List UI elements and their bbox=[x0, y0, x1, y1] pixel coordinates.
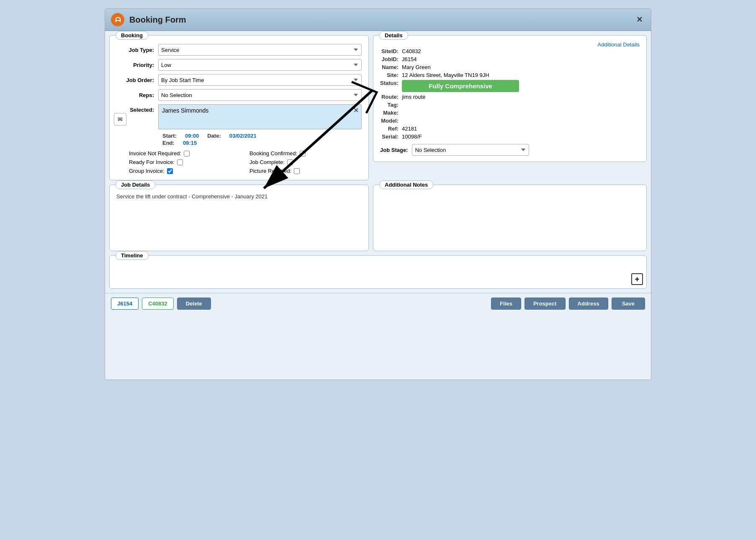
footer-bar: J6154 C40832 Delete Files Prospect Addre… bbox=[105, 293, 651, 314]
close-button[interactable]: ✕ bbox=[633, 13, 646, 26]
route-value: jims route bbox=[402, 94, 640, 100]
app-logo: ᗩ bbox=[110, 12, 125, 27]
invoice-not-required-label: Invoice Not Required: bbox=[129, 150, 181, 157]
left-panel: Booking ✉ Job Type: Service Priority: Lo… bbox=[109, 35, 369, 180]
timeline-label: Timeline bbox=[116, 251, 149, 260]
right-panel: Details Additional Details SiteID: C4083… bbox=[373, 35, 647, 180]
address-button[interactable]: Address bbox=[569, 298, 608, 310]
priority-label: Priority: bbox=[116, 62, 158, 68]
selected-field[interactable]: James Simmonds ✕ bbox=[158, 104, 362, 129]
booking-confirmed-label: Booking Confirmed: bbox=[249, 150, 297, 157]
bottom-panels: Job Details Additional Notes bbox=[105, 185, 651, 251]
status-button[interactable]: Fully Comprehensive bbox=[402, 80, 519, 92]
selected-name: James Simmonds bbox=[162, 107, 208, 114]
reps-label: Reps: bbox=[116, 92, 158, 98]
timeline-add-button[interactable]: + bbox=[631, 273, 643, 285]
date-value[interactable]: 03/02/2021 bbox=[229, 133, 257, 139]
serial-value: 10098/F bbox=[402, 133, 640, 140]
ref-value: 42181 bbox=[402, 126, 640, 132]
group-invoice-checkbox[interactable] bbox=[167, 168, 173, 174]
title-bar-left: ᗩ Booking Form bbox=[110, 12, 186, 27]
save-button[interactable]: Save bbox=[612, 298, 645, 310]
group-invoice-label: Group Invoice: bbox=[129, 168, 165, 174]
details-grid: SiteID: C40832 JobID: J6154 Name: Mary G… bbox=[380, 48, 640, 140]
site-id-value: C40832 bbox=[402, 48, 640, 54]
booking-section-label: Booking bbox=[116, 31, 148, 40]
ready-for-invoice-checkbox[interactable] bbox=[177, 159, 183, 165]
booking-section: Booking ✉ Job Type: Service Priority: Lo… bbox=[109, 35, 369, 180]
job-order-row: Job Order: By Job Start Time bbox=[116, 74, 362, 86]
priority-select[interactable]: Low bbox=[158, 59, 362, 71]
ready-for-invoice-row: Ready For Invoice: bbox=[129, 159, 241, 165]
timeline-section: Timeline + bbox=[105, 255, 651, 289]
job-stage-row: Job Stage: No Selection bbox=[380, 144, 640, 156]
route-label: Route: bbox=[380, 94, 399, 100]
job-id-label: JobID: bbox=[380, 56, 399, 62]
end-row: End: 09:15 bbox=[162, 140, 362, 146]
email-button[interactable]: ✉ bbox=[114, 113, 126, 126]
delete-button[interactable]: Delete bbox=[177, 298, 211, 310]
job-order-select[interactable]: By Job Start Time bbox=[158, 74, 362, 86]
footer-right: Files Prospect Address Save bbox=[491, 298, 645, 310]
make-label: Make: bbox=[380, 110, 399, 116]
details-section-label: Details bbox=[379, 31, 408, 40]
model-label: Model: bbox=[380, 118, 399, 124]
end-label: End: bbox=[162, 140, 175, 146]
reps-row: Reps: No Selection bbox=[116, 89, 362, 101]
name-label: Name: bbox=[380, 64, 399, 70]
footer-left: J6154 C40832 Delete bbox=[111, 298, 211, 310]
site-value: 12 Alders Street, Mayville TN19 9JH bbox=[402, 72, 640, 78]
name-value: Mary Green bbox=[402, 64, 640, 70]
model-value bbox=[402, 118, 640, 124]
job-complete-checkbox[interactable] bbox=[287, 159, 293, 165]
site-id-tag-button[interactable]: C40832 bbox=[142, 298, 174, 310]
job-type-label: Job Type: bbox=[116, 47, 158, 53]
picture-required-checkbox[interactable] bbox=[294, 168, 300, 174]
make-value bbox=[402, 110, 640, 116]
start-label: Start: bbox=[162, 133, 177, 139]
clear-selected-button[interactable]: ✕ bbox=[353, 106, 359, 114]
booking-form-window: ᗩ Booking Form ✕ Booking ✉ Job Type: Ser… bbox=[105, 8, 651, 380]
job-type-select[interactable]: Service bbox=[158, 44, 362, 56]
status-label: Status: bbox=[380, 80, 399, 92]
job-stage-label: Job Stage: bbox=[380, 147, 408, 153]
start-value[interactable]: 09:00 bbox=[185, 133, 199, 139]
job-details-panel: Job Details bbox=[109, 185, 369, 251]
job-details-label: Job Details bbox=[116, 180, 155, 189]
picture-required-row: Picture Required: bbox=[249, 168, 362, 174]
additional-details-link[interactable]: Additional Details bbox=[598, 41, 640, 48]
svg-text:ᗩ: ᗩ bbox=[115, 16, 121, 23]
picture-required-label: Picture Required: bbox=[249, 168, 291, 174]
prospect-button[interactable]: Prospect bbox=[525, 298, 566, 310]
window-title: Booking Form bbox=[129, 15, 186, 25]
additional-notes-panel: Additional Notes bbox=[373, 185, 647, 251]
timeline-panel: Timeline + bbox=[109, 255, 647, 289]
reps-select[interactable]: No Selection bbox=[158, 89, 362, 101]
ref-label: Ref: bbox=[380, 126, 399, 132]
tag-label: Tag: bbox=[380, 102, 399, 108]
site-id-label: SiteID: bbox=[380, 48, 399, 54]
job-complete-label: Job Complete: bbox=[249, 159, 285, 165]
main-content: Booking ✉ Job Type: Service Priority: Lo… bbox=[105, 31, 651, 185]
files-button[interactable]: Files bbox=[491, 298, 521, 310]
invoice-not-required-row: Invoice Not Required: bbox=[129, 150, 241, 157]
job-details-textarea[interactable] bbox=[116, 193, 362, 244]
date-label: Date: bbox=[207, 133, 221, 139]
additional-notes-textarea[interactable] bbox=[380, 193, 640, 244]
priority-row: Priority: Low bbox=[116, 59, 362, 71]
job-stage-select[interactable]: No Selection bbox=[412, 144, 529, 156]
booking-confirmed-row: Booking Confirmed: bbox=[249, 150, 362, 157]
end-value[interactable]: 09:15 bbox=[183, 140, 197, 146]
status-value-container: Fully Comprehensive bbox=[402, 80, 640, 92]
selected-row: Selected: James Simmonds ✕ bbox=[116, 104, 362, 129]
serial-label: Serial: bbox=[380, 133, 399, 140]
job-type-row: Job Type: Service bbox=[116, 44, 362, 56]
job-id-tag-button[interactable]: J6154 bbox=[111, 298, 139, 310]
booking-confirmed-checkbox[interactable] bbox=[300, 151, 306, 157]
tag-value bbox=[402, 102, 640, 108]
details-section: Details Additional Details SiteID: C4083… bbox=[373, 35, 647, 162]
invoice-not-required-checkbox[interactable] bbox=[184, 151, 190, 157]
title-bar: ᗩ Booking Form ✕ bbox=[105, 9, 651, 31]
job-complete-row: Job Complete: bbox=[249, 159, 362, 165]
checkboxes-area: Invoice Not Required: Booking Confirmed:… bbox=[129, 150, 362, 174]
